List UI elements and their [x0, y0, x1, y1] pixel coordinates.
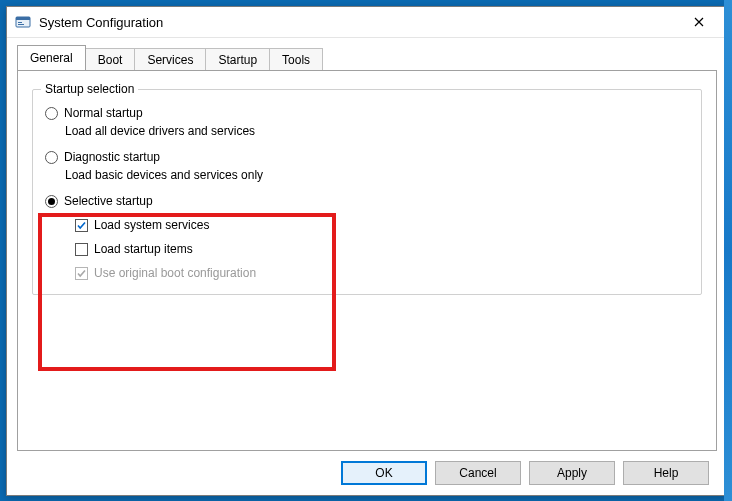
tab-tools[interactable]: Tools	[269, 48, 323, 71]
system-configuration-window: System Configuration General Boot Servic…	[6, 6, 728, 496]
group-legend: Startup selection	[41, 82, 138, 96]
normal-startup-desc: Load all device drivers and services	[65, 124, 689, 138]
tab-startup-label: Startup	[218, 53, 257, 67]
close-button[interactable]	[679, 8, 719, 36]
svg-rect-1	[16, 17, 30, 20]
tab-strip: General Boot Services Startup Tools	[17, 46, 717, 70]
load-startup-items-option[interactable]: Load startup items	[75, 242, 689, 256]
use-original-boot-label: Use original boot configuration	[94, 266, 256, 280]
ok-button[interactable]: OK	[341, 461, 427, 485]
load-system-services-option[interactable]: Load system services	[75, 218, 689, 232]
tab-services-label: Services	[147, 53, 193, 67]
use-original-boot-checkbox	[75, 267, 88, 280]
diagnostic-startup-radio[interactable]	[45, 151, 58, 164]
selective-startup-option[interactable]: Selective startup	[45, 194, 689, 208]
selective-startup-label: Selective startup	[64, 194, 153, 208]
load-startup-items-label: Load startup items	[94, 242, 193, 256]
tab-page-general: Startup selection Normal startup Load al…	[17, 70, 717, 451]
client-area: General Boot Services Startup Tools Star…	[7, 38, 727, 495]
titlebar: System Configuration	[7, 7, 727, 38]
apply-button-label: Apply	[557, 466, 587, 480]
svg-rect-2	[18, 22, 22, 23]
apply-button[interactable]: Apply	[529, 461, 615, 485]
selective-sub-options: Load system services Load startup items	[75, 218, 689, 280]
ok-button-label: OK	[375, 466, 392, 480]
tab-boot[interactable]: Boot	[85, 48, 136, 71]
cancel-button-label: Cancel	[459, 466, 496, 480]
msconfig-icon	[15, 14, 31, 30]
window-title: System Configuration	[39, 15, 679, 30]
diagnostic-startup-desc: Load basic devices and services only	[65, 168, 689, 182]
checkmark-icon	[76, 268, 87, 279]
tab-services[interactable]: Services	[134, 48, 206, 71]
help-button[interactable]: Help	[623, 461, 709, 485]
diagnostic-startup-label: Diagnostic startup	[64, 150, 160, 164]
tab-boot-label: Boot	[98, 53, 123, 67]
normal-startup-label: Normal startup	[64, 106, 143, 120]
tab-tools-label: Tools	[282, 53, 310, 67]
checkmark-icon	[76, 220, 87, 231]
load-system-services-label: Load system services	[94, 218, 209, 232]
tab-general[interactable]: General	[17, 45, 86, 70]
dialog-button-row: OK Cancel Apply Help	[17, 451, 717, 485]
load-system-services-checkbox[interactable]	[75, 219, 88, 232]
cancel-button[interactable]: Cancel	[435, 461, 521, 485]
load-startup-items-checkbox[interactable]	[75, 243, 88, 256]
diagnostic-startup-option[interactable]: Diagnostic startup	[45, 150, 689, 164]
selective-startup-radio[interactable]	[45, 195, 58, 208]
tab-startup[interactable]: Startup	[205, 48, 270, 71]
startup-selection-group: Startup selection Normal startup Load al…	[32, 89, 702, 295]
svg-rect-3	[18, 24, 24, 25]
desktop-background: System Configuration General Boot Servic…	[0, 0, 732, 501]
use-original-boot-option: Use original boot configuration	[75, 266, 689, 280]
help-button-label: Help	[654, 466, 679, 480]
normal-startup-option[interactable]: Normal startup	[45, 106, 689, 120]
tab-general-label: General	[30, 51, 73, 65]
close-icon	[694, 17, 704, 27]
normal-startup-radio[interactable]	[45, 107, 58, 120]
